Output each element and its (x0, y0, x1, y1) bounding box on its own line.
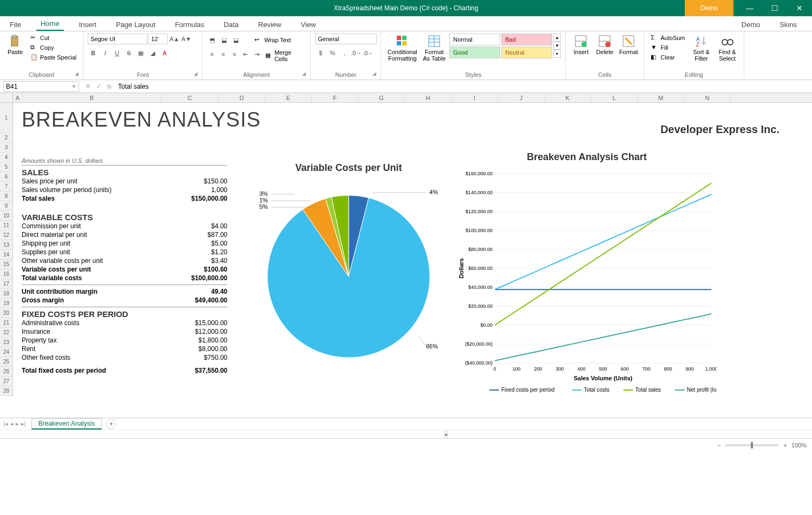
tab-view[interactable]: View (296, 18, 320, 31)
formula-input[interactable] (115, 81, 812, 92)
row-header-8[interactable]: 8 (0, 192, 13, 201)
col-header-M[interactable]: M (638, 93, 684, 102)
row-header-6[interactable]: 6 (0, 172, 13, 182)
currency-button[interactable]: $ (315, 48, 326, 58)
align-left-button[interactable]: ≡ (207, 49, 217, 60)
conditional-formatting-button[interactable]: Conditional Formatting (385, 34, 419, 63)
decrease-font-button[interactable]: A▼ (181, 34, 192, 44)
row-header-13[interactable]: 13 (0, 240, 13, 250)
row-header-3[interactable]: 3 (0, 143, 13, 153)
col-header-B[interactable]: B (23, 93, 161, 102)
clipboard-launcher-icon[interactable]: ◢ (75, 71, 78, 76)
row-header-21[interactable]: 21 (0, 318, 13, 328)
sheet-tab-active[interactable]: Breakeven Analysis (31, 418, 102, 430)
row-header-24[interactable]: 24 (0, 347, 13, 357)
row-header-11[interactable]: 11 (0, 221, 13, 230)
align-middle-button[interactable]: ⬓ (219, 35, 230, 45)
minimize-button[interactable]: — (737, 0, 762, 16)
row-header-5[interactable]: 5 (0, 162, 13, 172)
tab-data[interactable]: Data (219, 18, 243, 31)
add-sheet-button[interactable]: + (106, 419, 116, 429)
style-normal[interactable]: Normal (449, 34, 500, 45)
align-bottom-button[interactable]: ⬓ (231, 35, 241, 45)
bold-button[interactable]: B (88, 48, 99, 58)
col-header-D[interactable]: D (219, 93, 265, 102)
autosum-button[interactable]: ΣAutoSum (649, 34, 687, 42)
fill-color-button[interactable]: ◢ (147, 48, 158, 58)
row-header-22[interactable]: 22 (0, 328, 13, 338)
last-sheet-button[interactable]: ▸| (21, 420, 26, 427)
prev-sheet-button[interactable]: ◂ (10, 420, 14, 427)
col-header-I[interactable]: I (451, 93, 498, 102)
strike-button[interactable]: S (123, 48, 134, 58)
col-header-E[interactable]: E (265, 93, 312, 102)
row-header-19[interactable]: 19 (0, 299, 13, 308)
comma-button[interactable]: , (339, 48, 350, 58)
col-header-L[interactable]: L (591, 93, 638, 102)
tab-review[interactable]: Review (254, 18, 286, 31)
copy-button[interactable]: ⧉Copy (28, 43, 78, 52)
align-right-button[interactable]: ≡ (230, 49, 240, 60)
col-header-K[interactable]: K (545, 93, 591, 102)
underline-button[interactable]: U (112, 48, 122, 58)
col-header-N[interactable]: N (684, 93, 731, 102)
row-header-18[interactable]: 18 (0, 289, 13, 299)
worksheet[interactable]: ABCDEFGHIJKLMN 1234567891011121314151617… (0, 93, 812, 418)
font-launcher-icon[interactable]: ◢ (194, 71, 198, 76)
merge-cells-button[interactable]: ▦Merge Cells (263, 49, 306, 63)
row-header-23[interactable]: 23 (0, 338, 13, 347)
find-select-button[interactable]: Find & Select (716, 34, 739, 63)
increase-decimal-button[interactable]: .0→ (351, 48, 362, 58)
zoom-out-button[interactable]: − (717, 442, 721, 448)
row-header-7[interactable]: 7 (0, 182, 13, 192)
cancel-formula-button[interactable]: ✕ (82, 81, 93, 92)
decrease-indent-button[interactable]: ⇤ (240, 49, 251, 60)
demo-button[interactable]: Demo (685, 0, 734, 16)
increase-indent-button[interactable]: ⇥ (252, 49, 262, 60)
maximize-button[interactable]: ☐ (762, 0, 787, 16)
format-cells-button[interactable]: Format (618, 34, 639, 56)
tab-home[interactable]: Home (36, 17, 64, 31)
tab-demo[interactable]: Demo (737, 18, 765, 31)
tab-page-layout[interactable]: Page Layout (112, 18, 160, 31)
first-sheet-button[interactable]: |◂ (3, 420, 8, 427)
tab-formulas[interactable]: Formulas (171, 18, 208, 31)
cut-button[interactable]: ✂Cut (28, 34, 78, 42)
row-header-16[interactable]: 16 (0, 269, 13, 279)
next-sheet-button[interactable]: ▸ (16, 420, 19, 427)
close-button[interactable]: ✕ (787, 0, 812, 16)
font-family-combo[interactable] (88, 34, 147, 44)
col-header-G[interactable]: G (358, 93, 405, 102)
style-bad[interactable]: Bad (501, 34, 552, 45)
font-color-button[interactable]: A (159, 48, 170, 58)
sort-filter-button[interactable]: AZ Sort & Filter (690, 34, 713, 63)
borders-button[interactable]: ▦ (135, 48, 146, 58)
tab-skins[interactable]: Skins (775, 18, 801, 31)
tab-file[interactable]: File (5, 18, 25, 31)
col-header-C[interactable]: C (161, 93, 219, 102)
decrease-decimal-button[interactable]: .0← (363, 48, 374, 58)
line-chart[interactable]: Breakeven Analysis Chart ($40,000.00)($2… (457, 151, 717, 402)
row-header-15[interactable]: 15 (0, 260, 13, 269)
zoom-slider[interactable] (725, 444, 779, 446)
increase-font-button[interactable]: A▲ (169, 34, 180, 44)
number-launcher-icon[interactable]: ◢ (372, 71, 376, 76)
align-top-button[interactable]: ⬒ (207, 35, 218, 45)
row-header-17[interactable]: 17 (0, 279, 13, 289)
row-header-26[interactable]: 26 (0, 367, 13, 377)
gallery-more-button[interactable]: ▾ (553, 50, 561, 58)
row-header-28[interactable]: 28 (0, 386, 13, 396)
pie-chart[interactable]: Variable Costs per Unit 3%1%5%4%86% (246, 162, 451, 370)
font-size-combo[interactable] (148, 34, 168, 44)
row-header-12[interactable]: 12 (0, 230, 13, 240)
delete-cells-button[interactable]: Delete (594, 34, 615, 56)
paste-special-button[interactable]: 📋Paste Special (28, 53, 78, 62)
row-header-2[interactable]: 2 (0, 133, 13, 143)
row-header-10[interactable]: 10 (0, 211, 13, 221)
row-header-9[interactable]: 9 (0, 201, 13, 211)
style-good[interactable]: Good (449, 47, 500, 58)
gallery-up-button[interactable]: ▲ (553, 34, 561, 42)
clear-button[interactable]: ◧Clear (649, 53, 687, 62)
zoom-in-button[interactable]: + (783, 442, 787, 448)
row-header-14[interactable]: 14 (0, 250, 13, 260)
